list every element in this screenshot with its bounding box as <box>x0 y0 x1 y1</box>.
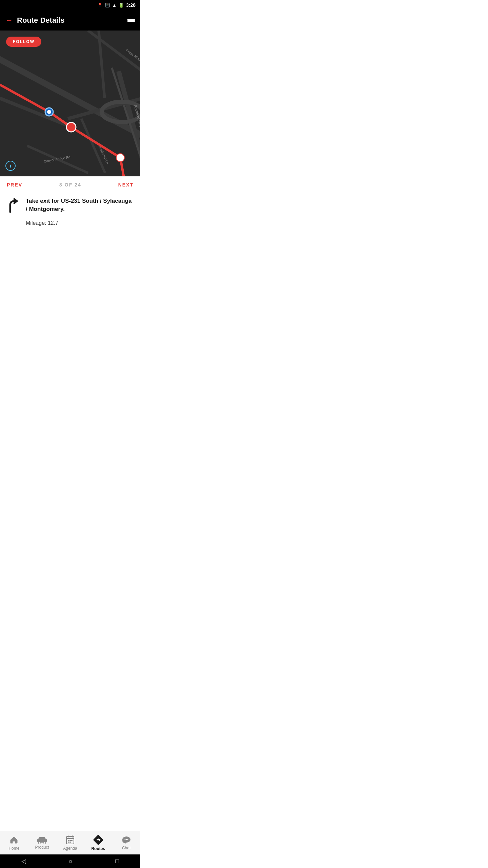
turn-icon <box>7 198 20 217</box>
prev-button[interactable]: PREV <box>7 182 22 188</box>
page-title: Route Details <box>17 16 127 25</box>
nav-controls: PREV 8 OF 24 NEXT <box>0 176 140 193</box>
svg-point-19 <box>116 154 124 162</box>
vibrate-icon: 📳 <box>105 3 110 8</box>
mileage-info: Mileage: 12.7 <box>26 220 134 226</box>
status-time: 3:28 <box>126 2 136 8</box>
next-button[interactable]: NEXT <box>118 182 134 188</box>
svg-point-18 <box>66 122 76 132</box>
direction-detail: Take exit for US-231 South / Sylacauga /… <box>0 193 140 232</box>
direction-info: Take exit for US-231 South / Sylacauga /… <box>26 197 134 226</box>
follow-button[interactable]: FOLLOW <box>6 37 41 47</box>
location-icon: 📍 <box>97 3 103 8</box>
battery-icon: 🔋 <box>119 3 124 8</box>
back-button[interactable]: ← <box>5 16 13 25</box>
map-view[interactable]: Old Rockford Rd Rocky Ridge Rd Rockford … <box>0 31 140 176</box>
step-counter: 8 OF 24 <box>59 182 81 188</box>
signal-icon: ▲ <box>112 3 117 8</box>
menu-button[interactable] <box>127 19 135 22</box>
svg-point-17 <box>47 110 51 114</box>
info-button[interactable]: i <box>5 161 16 171</box>
status-bar: 📍 📳 ▲ 🔋 3:28 <box>0 0 140 10</box>
header: ← Route Details <box>0 10 140 31</box>
direction-instruction: Take exit for US-231 South / Sylacauga /… <box>26 197 134 213</box>
